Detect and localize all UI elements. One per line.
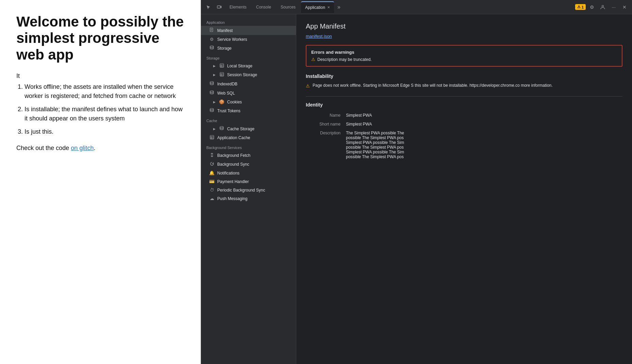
sidebar-section-cache: Cache <box>201 115 296 124</box>
sidebar-label-notifications: Notifications <box>217 171 239 176</box>
sidebar-item-periodic-bg-sync[interactable]: ⏱ Periodic Background Sync <box>201 186 296 194</box>
errors-warnings-box: Errors and warnings ⚠ Description may be… <box>306 45 622 67</box>
svg-point-2 <box>602 5 604 7</box>
sidebar-label-application-cache: Application Cache <box>217 135 250 140</box>
sidebar-label-background-fetch: Background Fetch <box>217 153 250 158</box>
device-toggle-icon[interactable] <box>215 2 224 12</box>
page-heading: Welcome to possibly the simplest progres… <box>16 14 184 63</box>
svg-rect-0 <box>217 6 220 8</box>
desc-line-6: possible The Simplest PWA pos <box>346 154 620 159</box>
installability-warning: ⚠ Page does not work offline. Starting i… <box>306 82 622 89</box>
tab-sources[interactable]: Sources <box>276 1 300 13</box>
web-sql-icon <box>209 90 215 96</box>
sidebar-label-session-storage: Session Storage <box>227 72 257 77</box>
sidebar-item-trust-tokens[interactable]: Trust Tokens <box>201 106 296 115</box>
tab-application[interactable]: Application ✕ <box>301 1 334 13</box>
devtools-panel: Elements Console Sources Application ✕ »… <box>201 0 632 364</box>
devtools-main-panel: App Manifest manifest.json Errors and wa… <box>296 14 632 364</box>
sidebar-item-application-cache[interactable]: Application Cache <box>201 133 296 142</box>
sidebar-item-web-sql[interactable]: Web SQL <box>201 88 296 98</box>
app-cache-icon <box>209 135 215 140</box>
session-storage-arrow: ▶ <box>213 73 216 77</box>
svg-point-7 <box>210 46 214 47</box>
sidebar-item-push-messaging[interactable]: ☁ Push Messaging <box>201 194 296 203</box>
name-value: Simplest PWA <box>343 111 622 120</box>
intro-text: It <box>16 72 184 80</box>
sidebar-label-web-sql: Web SQL <box>217 91 235 96</box>
more-tabs-icon[interactable]: » <box>335 4 343 10</box>
sidebar-section-application: Application <box>201 17 296 26</box>
toolbar-right: ⚠ 1 ⚙ ··· ✕ <box>575 2 629 12</box>
sidebar-item-storage[interactable]: Storage <box>201 44 296 53</box>
cookies-icon: 🍪 <box>219 99 224 104</box>
svg-point-21 <box>220 127 223 128</box>
sidebar-item-cookies[interactable]: ▶ 🍪 Cookies <box>201 98 296 106</box>
error-item: ⚠ Description may be truncated. <box>311 57 617 62</box>
sidebar-item-payment-handler[interactable]: 💳 Payment Handler <box>201 177 296 186</box>
tab-elements[interactable]: Elements <box>225 1 251 13</box>
panel-title: App Manifest <box>306 22 622 30</box>
list-item: Works offline; the assets are installed … <box>25 82 184 101</box>
manifest-json-link[interactable]: manifest.json <box>306 34 622 39</box>
warning-badge[interactable]: ⚠ 1 <box>575 4 586 10</box>
devtools-body: Application Manifest ⚙ Service Workers S… <box>201 14 632 364</box>
profile-icon[interactable] <box>598 2 607 12</box>
feature-list: Works offline; the assets are installed … <box>25 82 184 136</box>
desc-line-1: The Simplest PWA possible The <box>346 131 620 135</box>
payment-handler-icon: 💳 <box>209 179 215 184</box>
sidebar-label-cache-storage: Cache Storage <box>227 127 254 131</box>
sidebar-label-background-sync: Background Sync <box>217 162 249 167</box>
push-messaging-icon: ☁ <box>209 196 215 201</box>
desc-line-2: possible The Simplest PWA pos <box>346 135 620 140</box>
desc-line-4: possible The Simplest PWA pos <box>346 145 620 150</box>
install-warn-icon: ⚠ <box>306 83 310 89</box>
sidebar-item-indexeddb[interactable]: IndexedDB <box>201 79 296 88</box>
short-name-value: Simplest PWA <box>343 120 622 129</box>
manifest-icon <box>209 28 215 33</box>
identity-row-description: Description The Simplest PWA possible Th… <box>306 129 622 161</box>
list-item: Is installable; the manifest defines wha… <box>25 105 184 123</box>
sidebar-label-indexeddb: IndexedDB <box>217 82 237 86</box>
sidebar-item-service-workers[interactable]: ⚙ Service Workers <box>201 35 296 44</box>
session-storage-icon <box>219 72 224 78</box>
sidebar-item-background-fetch[interactable]: Background Fetch <box>201 151 296 160</box>
background-sync-icon <box>209 162 215 167</box>
tab-console[interactable]: Console <box>252 1 275 13</box>
cursor-icon[interactable] <box>204 2 213 12</box>
local-storage-icon <box>219 63 224 69</box>
sidebar-item-local-storage[interactable]: ▶ Local Storage <box>201 62 296 70</box>
sidebar-item-manifest[interactable]: Manifest <box>201 26 296 35</box>
sidebar-item-notifications[interactable]: 🔔 Notifications <box>201 169 296 177</box>
short-name-label: Short name <box>306 120 343 129</box>
devtools-tabbar: Elements Console Sources Application ✕ »… <box>201 0 632 14</box>
periodic-bg-sync-icon: ⏱ <box>209 187 215 193</box>
description-value: The Simplest PWA possible The possible T… <box>343 129 622 161</box>
installability-text: Page does not work offline. Starting in … <box>313 82 553 89</box>
divider <box>306 96 622 97</box>
warn-triangle-icon: ⚠ <box>577 5 581 9</box>
sidebar-section-bg-services: Background Services <box>201 142 296 151</box>
glitch-link[interactable]: on glitch <box>71 145 94 151</box>
sidebar-item-session-storage[interactable]: ▶ Session Storage <box>201 70 296 79</box>
tab-close-icon[interactable]: ✕ <box>327 5 330 9</box>
webpage-panel: Welcome to possibly the simplest progres… <box>0 0 201 364</box>
cache-storage-arrow: ▶ <box>213 127 216 131</box>
trust-tokens-icon <box>209 108 215 114</box>
svg-point-18 <box>210 82 214 83</box>
identity-table: Name Simplest PWA Short name Simplest PW… <box>306 111 622 161</box>
sidebar-label-storage-main: Storage <box>217 46 232 51</box>
settings-icon[interactable]: ⚙ <box>587 2 597 12</box>
installability-title: Installability <box>306 73 622 79</box>
list-item: Is just this. <box>25 127 184 136</box>
sidebar-item-cache-storage[interactable]: ▶ Cache Storage <box>201 124 296 133</box>
sidebar-label-cookies: Cookies <box>227 100 242 104</box>
more-options-icon[interactable]: ··· <box>609 2 618 12</box>
close-devtools-icon[interactable]: ✕ <box>620 2 629 12</box>
sidebar-item-background-sync[interactable]: Background Sync <box>201 160 296 169</box>
sidebar-label-payment-handler: Payment Handler <box>217 179 249 184</box>
errors-title: Errors and warnings <box>311 50 617 55</box>
sidebar-label-periodic-bg-sync: Periodic Background Sync <box>217 188 265 193</box>
local-storage-arrow: ▶ <box>213 64 216 68</box>
background-fetch-icon <box>209 153 215 158</box>
desc-line-5: Simplest PWA possible The Sim <box>346 150 620 154</box>
